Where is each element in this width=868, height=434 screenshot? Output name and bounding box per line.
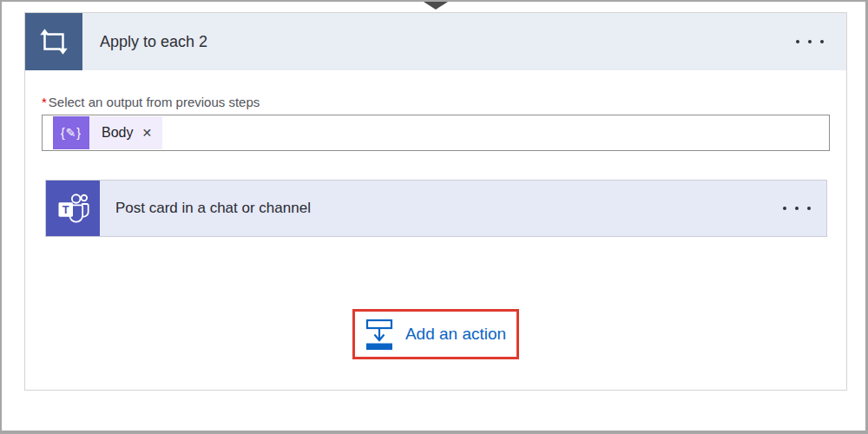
token-name: Body xyxy=(89,125,138,141)
dynamic-content-icon: {✎} xyxy=(53,116,89,149)
apply-to-each-loop-icon xyxy=(25,13,82,70)
add-action-icon xyxy=(365,319,394,351)
scope-header[interactable]: Apply to each 2 xyxy=(25,13,846,70)
action-card-title: Post card in a chat or channel xyxy=(115,200,311,217)
apply-to-each-scope-card: Apply to each 2 *Select an output from p… xyxy=(24,12,847,391)
action-menu-ellipsis-icon[interactable] xyxy=(773,198,821,219)
output-field-label: *Select an output from previous steps xyxy=(42,95,829,109)
required-marker: * xyxy=(42,95,47,109)
scope-title: Apply to each 2 xyxy=(100,33,207,51)
add-action-row: Add an action xyxy=(42,309,829,359)
add-action-label: Add an action xyxy=(405,325,506,344)
dynamic-content-token: {✎} Body ✕ xyxy=(53,116,162,149)
token-remove-icon[interactable]: ✕ xyxy=(138,126,162,140)
output-field-label-text: Select an output from previous steps xyxy=(49,95,260,109)
scope-body: *Select an output from previous steps {✎… xyxy=(25,70,846,359)
microsoft-teams-icon: T xyxy=(46,181,100,236)
flow-designer-canvas: Apply to each 2 *Select an output from p… xyxy=(0,0,868,434)
add-action-button[interactable]: Add an action xyxy=(365,319,506,351)
red-annotation-box: Add an action xyxy=(352,309,519,359)
connector-chevron-down-icon xyxy=(424,2,448,10)
output-token-input[interactable]: {✎} Body ✕ xyxy=(42,115,830,151)
teams-action-card[interactable]: T Post card in a chat or channel xyxy=(45,180,827,237)
svg-text:T: T xyxy=(62,203,69,216)
scope-menu-ellipsis-icon[interactable] xyxy=(786,31,834,52)
